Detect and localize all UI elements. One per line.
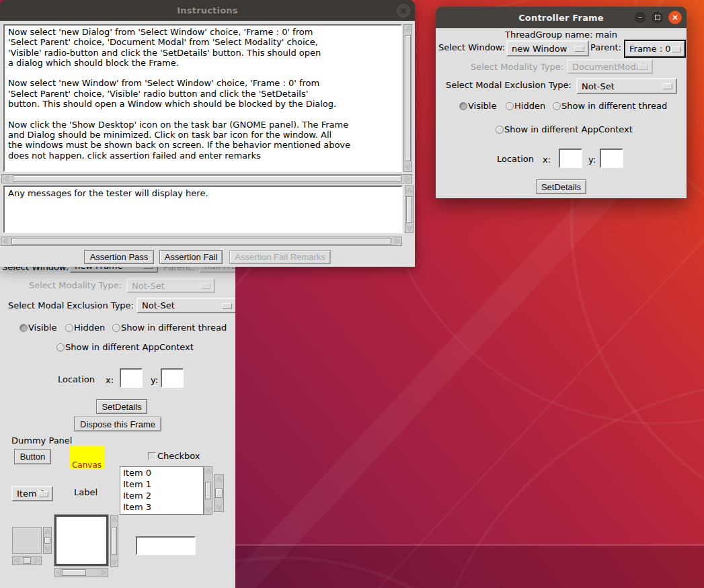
messages-horizontal-scrollbar[interactable] (1, 237, 402, 246)
radio-visible-icon[interactable] (19, 324, 28, 332)
checkbox-icon[interactable] (148, 452, 156, 460)
scroll-up-icon[interactable] (405, 26, 412, 32)
exclusion-choice[interactable]: Not-Set (576, 78, 677, 94)
scroll-left-icon[interactable] (56, 569, 62, 576)
parent-label: Parent: (590, 42, 621, 52)
radio-hidden[interactable]: Hidden (65, 323, 105, 333)
scroll-up-icon[interactable] (44, 529, 51, 534)
scroll-left-icon[interactable] (3, 175, 9, 182)
radio-hidden-icon[interactable] (65, 324, 73, 332)
radio-visible-icon[interactable] (459, 102, 467, 110)
scrollbar-thumb[interactable] (44, 537, 50, 544)
scrollbar-thumb[interactable] (205, 482, 211, 499)
exclusion-choice-value: Not-Set (142, 300, 175, 310)
list-item[interactable]: Item 3 (120, 501, 203, 513)
scroll-up-icon[interactable] (406, 187, 413, 193)
location-x-field[interactable] (120, 368, 143, 388)
modality-choice: DocumentModal (567, 59, 653, 74)
radio-different-appcontext[interactable]: Show in different AppContext (496, 124, 633, 134)
radio-different-thread-icon[interactable] (553, 102, 561, 110)
location-x-field[interactable] (559, 149, 582, 168)
scrollbar-thumb[interactable] (23, 557, 31, 564)
radio-visible[interactable]: Visible (19, 323, 56, 333)
scrollpane-horizontal-scrollbar[interactable] (12, 556, 42, 565)
instructions-textarea[interactable]: Now select 'new Dialog' from 'Select Win… (3, 24, 402, 172)
list-item[interactable]: Item 0 (120, 467, 203, 478)
radio-hidden-icon[interactable] (506, 102, 514, 110)
parent-choice[interactable]: Frame : 0 (624, 40, 686, 58)
close-icon[interactable]: × (668, 11, 682, 24)
controller-titlebar[interactable]: Controller Frame – × (436, 7, 687, 28)
radio-different-appcontext-label: Show in different AppContext (504, 124, 633, 134)
scroll-right-icon[interactable] (34, 557, 40, 564)
setdetails-button[interactable]: SetDetails (96, 399, 147, 414)
scroll-down-icon[interactable] (111, 560, 118, 565)
scroll-up-icon[interactable] (111, 517, 118, 522)
list-vertical-scrollbar[interactable] (204, 466, 212, 515)
list-item[interactable]: Item 1 (120, 478, 203, 490)
location-y-field[interactable] (161, 368, 184, 388)
scroll-down-icon[interactable] (406, 226, 413, 231)
close-icon[interactable]: × (397, 4, 410, 17)
scroll-right-icon[interactable] (395, 238, 400, 245)
radio-different-appcontext[interactable]: Show in different AppContext (56, 342, 194, 352)
minimize-icon[interactable]: – (633, 11, 647, 24)
dummy-vertical-scrollbar[interactable] (214, 474, 224, 512)
scroll-up-icon[interactable] (216, 476, 223, 482)
dummy-button[interactable]: Button (14, 449, 51, 464)
scrollbar-thumb[interactable] (405, 35, 411, 161)
scrollbar-thumb[interactable] (406, 196, 412, 223)
select-window-choice[interactable]: new Window (506, 40, 589, 56)
messages-vertical-scrollbar[interactable] (405, 185, 414, 233)
modality-choice-value: DocumentModal (572, 62, 643, 72)
dummy-list[interactable]: Item 0 Item 1 Item 2 Item 3 (120, 466, 204, 515)
instructions-horizontal-scrollbar[interactable] (1, 174, 412, 183)
scrollbar-thumb[interactable] (13, 175, 401, 182)
scroll-left-icon[interactable] (14, 557, 19, 564)
controller-body: ThreadGroup name: main Select Window: ne… (436, 28, 687, 198)
setdetails-button[interactable]: SetDetails (536, 179, 586, 194)
scroll-left-icon[interactable] (3, 238, 8, 245)
radio-hidden[interactable]: Hidden (506, 101, 545, 111)
scroll-down-icon[interactable] (405, 165, 412, 170)
scrollbar-thumb[interactable] (215, 489, 223, 498)
maximize-icon[interactable] (651, 11, 664, 24)
radio-visible[interactable]: Visible (459, 101, 496, 111)
radio-different-thread[interactable]: Show in different thread (553, 101, 667, 111)
controller-frame-window: Controller Frame – × ThreadGroup name: m… (436, 7, 687, 198)
scrollbar-thumb[interactable] (112, 527, 117, 555)
dropdown-indicator-icon (574, 46, 584, 52)
dummy-textfield[interactable] (136, 536, 196, 555)
instructions-titlebar[interactable]: Instructions × (0, 0, 415, 21)
location-y-field[interactable] (600, 149, 623, 168)
dispose-frame-button[interactable]: Dispose this Frame (74, 417, 161, 431)
scrollbar-thumb[interactable] (62, 569, 86, 576)
dummy-choice[interactable]: Item 0 (11, 486, 53, 501)
dummy-canvas[interactable]: Canvas (69, 446, 104, 468)
canvas-pane-vertical-scrollbar[interactable] (110, 515, 118, 567)
scroll-down-icon[interactable] (205, 507, 212, 513)
dummy-checkbox[interactable]: Checkbox (148, 451, 200, 461)
canvas-pane-horizontal-scrollbar[interactable] (54, 568, 108, 577)
radio-different-thread[interactable]: Show in different thread (112, 323, 227, 333)
radio-visible-label: Visible (28, 323, 56, 333)
scroll-up-icon[interactable] (205, 468, 212, 474)
exclusion-label: Select Modal Exclusion Type: (446, 80, 572, 90)
scrollpane-vertical-scrollbar[interactable] (43, 527, 52, 554)
instructions-vertical-scrollbar[interactable] (403, 24, 412, 172)
location-label: Location (58, 374, 95, 384)
exclusion-choice[interactable]: Not-Set (136, 298, 235, 313)
scroll-right-icon[interactable] (405, 175, 410, 182)
messages-textarea[interactable]: Any messages for the tester will display… (3, 185, 403, 233)
assertion-pass-button[interactable]: Assertion Pass (84, 250, 154, 264)
radio-different-appcontext-icon[interactable] (496, 126, 504, 134)
scrollbar-thumb[interactable] (11, 238, 391, 245)
scroll-down-icon[interactable] (216, 505, 223, 510)
radio-different-thread-icon[interactable] (112, 324, 120, 332)
scroll-down-icon[interactable] (44, 546, 51, 552)
assertion-fail-button[interactable]: Assertion Fail (159, 250, 223, 264)
radio-different-appcontext-icon[interactable] (56, 343, 65, 351)
list-item[interactable]: Item 2 (120, 490, 203, 501)
radio-hidden-label: Hidden (514, 101, 545, 111)
scroll-right-icon[interactable] (101, 569, 106, 576)
